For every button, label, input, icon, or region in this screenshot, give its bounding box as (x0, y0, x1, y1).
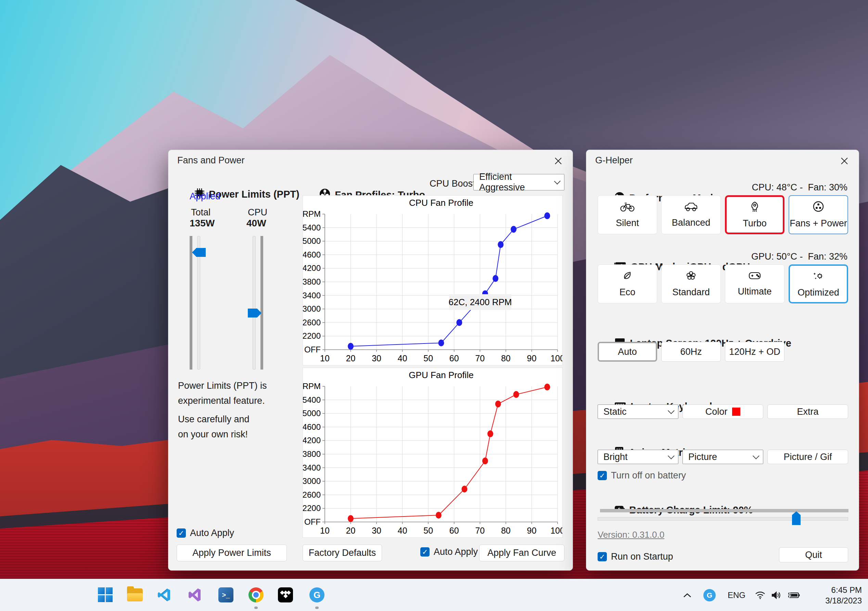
fans-power-button[interactable]: Fans + Power (789, 195, 848, 234)
svg-text:60: 60 (450, 353, 459, 363)
fan-icon (812, 201, 824, 215)
svg-text:3000: 3000 (303, 304, 321, 313)
svg-text:3800: 3800 (303, 277, 321, 286)
windows-logo-icon (98, 588, 113, 602)
screen-120hz-od-button[interactable]: 120Hz + OD (725, 342, 784, 362)
run-on-startup-checkbox[interactable]: ✓ Run on Startup (598, 551, 673, 562)
svg-text:80: 80 (501, 526, 511, 535)
close-icon[interactable] (837, 154, 852, 168)
screen-60hz-button[interactable]: 60Hz (661, 342, 721, 362)
tidal-icon[interactable] (277, 586, 294, 604)
turn-off-on-battery-checkbox[interactable]: ✓ Turn off on battery (598, 470, 686, 481)
svg-text:50: 50 (423, 353, 433, 363)
tray-chevron-up[interactable] (683, 579, 692, 611)
close-icon[interactable] (551, 154, 566, 168)
language-indicator[interactable]: ENG (728, 579, 746, 611)
total-label: Total (191, 207, 211, 218)
chrome-icon[interactable] (247, 586, 265, 604)
balanced-mode-button[interactable]: Balanced (661, 195, 721, 234)
wifi-icon[interactable] (755, 579, 766, 611)
cpu-slider-thumb[interactable] (248, 309, 262, 317)
total-slider-thumb[interactable] (192, 248, 206, 257)
ultimate-gpu-button[interactable]: Ultimate (725, 264, 784, 303)
checkbox-checked-icon[interactable]: ✓ (598, 552, 607, 561)
eco-gpu-button[interactable]: Eco (598, 264, 657, 303)
applied-status[interactable]: Applied (190, 191, 220, 202)
cpu-slider-track[interactable] (253, 236, 256, 370)
powershell-logo-icon: >_ (219, 588, 233, 602)
svg-text:100: 100 (550, 526, 563, 535)
car-icon (684, 201, 698, 214)
folder-icon (127, 588, 143, 602)
cpu-boost-select[interactable]: Efficient Aggressive (473, 174, 564, 190)
battery-slider-thumb[interactable] (792, 511, 801, 525)
apply-fan-curve-button[interactable]: Apply Fan Curve (479, 544, 564, 561)
checkbox-checked-icon[interactable]: ✓ (177, 529, 186, 538)
clock[interactable]: 6:45 PM 3/18/2023 (825, 579, 862, 611)
factory-defaults-button[interactable]: Factory Defaults (302, 544, 382, 561)
svg-text:GPU Fan Profile: GPU Fan Profile (409, 370, 473, 380)
picture-gif-button[interactable]: Picture / Gif (767, 450, 848, 464)
color-swatch (732, 407, 740, 416)
svg-text:60: 60 (450, 526, 459, 535)
svg-text:5400: 5400 (303, 223, 321, 232)
silent-mode-button[interactable]: Silent (598, 195, 657, 234)
powershell-icon[interactable]: >_ (217, 586, 235, 604)
start-button[interactable] (96, 586, 114, 604)
svg-text:4600: 4600 (303, 250, 321, 259)
apply-power-limits-button[interactable]: Apply Power Limits (177, 544, 287, 561)
svg-text:CPU Fan Profile: CPU Fan Profile (409, 197, 473, 208)
volume-icon[interactable] (771, 579, 782, 611)
quit-button[interactable]: Quit (779, 547, 848, 562)
checkbox-checked-icon[interactable]: ✓ (420, 547, 429, 557)
keyboard-color-button[interactable]: Color (682, 404, 763, 419)
window-title: G-Helper (595, 155, 633, 166)
svg-text:3000: 3000 (303, 476, 321, 486)
auto-apply-fan-checkbox[interactable]: ✓ Auto Apply (420, 547, 478, 557)
svg-text:5000: 5000 (303, 409, 321, 418)
keyboard-mode-select[interactable]: Static (598, 404, 678, 419)
auto-optimize-icon (812, 270, 824, 284)
svg-text:20: 20 (346, 353, 356, 363)
svg-text:2200: 2200 (303, 504, 321, 513)
svg-text:OFF: OFF (304, 345, 321, 354)
svg-text:5400: 5400 (303, 395, 321, 404)
battery-tray-icon[interactable] (787, 579, 800, 611)
file-explorer-icon[interactable] (126, 586, 144, 604)
ghelper-tray-icon[interactable]: G (704, 579, 716, 611)
auto-apply-power-checkbox[interactable]: ✓ Auto Apply (177, 528, 234, 538)
gpu-fan-chart[interactable]: GPU Fan ProfileOFF2200260030003400380042… (302, 367, 563, 538)
checkbox-checked-icon[interactable]: ✓ (598, 471, 607, 480)
anime-brightness-select[interactable]: Bright (598, 450, 678, 464)
svg-text:90: 90 (527, 353, 537, 363)
ghelper-taskbar-icon[interactable]: G (308, 586, 326, 604)
keyboard-extra-button[interactable]: Extra (767, 404, 848, 419)
screen-auto-button[interactable]: Auto (598, 342, 657, 362)
cpu-fan-chart[interactable]: CPU Fan ProfileOFF2200260030003400380042… (302, 195, 563, 365)
turbo-mode-button[interactable]: Turbo (725, 195, 784, 234)
svg-text:40: 40 (398, 353, 407, 363)
version-link[interactable]: Version: 0.31.0.0 (598, 530, 664, 540)
tidal-logo-icon (278, 588, 293, 602)
visual-studio-icon[interactable] (186, 586, 204, 604)
svg-text:20: 20 (346, 526, 356, 535)
window-title: Fans and Power (177, 155, 245, 166)
cpu-temp-status: CPU: 48°C - Fan: 30% (752, 182, 848, 193)
svg-text:4200: 4200 (303, 263, 321, 273)
svg-text:62C, 2400 RPM: 62C, 2400 RPM (449, 297, 512, 307)
taskbar: >_ G G ENG 6:45 PM 3/18/2023 (0, 579, 868, 611)
chevron-down-icon (668, 452, 674, 459)
vscode-icon[interactable] (155, 586, 173, 604)
svg-text:30: 30 (372, 353, 381, 363)
svg-text:4200: 4200 (303, 436, 321, 445)
standard-gpu-button[interactable]: Standard (661, 264, 721, 303)
ghelper-logo-icon: G (309, 588, 324, 602)
svg-text:5000: 5000 (303, 236, 321, 246)
optimized-gpu-button[interactable]: Optimized (789, 264, 848, 303)
leaf-icon (622, 270, 633, 284)
svg-text:10: 10 (320, 353, 330, 363)
anime-mode-select[interactable]: Picture (682, 450, 763, 464)
cpu-boost-label: CPU Boost (429, 179, 476, 189)
svg-text:2600: 2600 (303, 490, 321, 499)
battery-slider-track[interactable] (598, 517, 848, 521)
